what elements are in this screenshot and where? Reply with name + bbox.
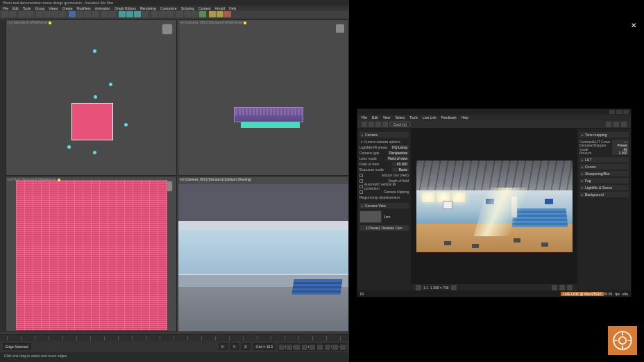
scene-helper[interactable] [109, 83, 112, 86]
vfb-menu-help[interactable]: Help [461, 115, 468, 120]
sec-tonemap[interactable]: Tone mapping [579, 132, 629, 138]
sec-sharp[interactable]: Sharpening/Blur [579, 171, 629, 176]
viewcube-icon[interactable] [162, 24, 172, 34]
win-min-button[interactable] [609, 110, 615, 114]
sec-cameraview[interactable]: Camera View [359, 203, 409, 208]
max-left-panel[interactable] [0, 19, 6, 332]
coord-y[interactable]: Y: [230, 343, 239, 350]
viewport-perspective[interactable]: [+] [Camera_001] [Standard] [Default Sha… [178, 176, 349, 332]
tb-angle-snap[interactable] [126, 11, 133, 17]
tb-place[interactable] [92, 11, 99, 17]
play[interactable] [294, 344, 300, 351]
tb-select-name[interactable] [44, 11, 51, 17]
sec-bg[interactable]: Background [579, 192, 629, 197]
scene-helper[interactable] [93, 151, 96, 154]
max-timeline[interactable] [0, 334, 349, 341]
zoom-fit-button[interactable] [416, 285, 421, 290]
nav-zoom[interactable] [332, 344, 339, 351]
tb-scale[interactable] [84, 11, 91, 17]
lock-icon[interactable] [451, 285, 457, 290]
tb-mirror[interactable] [159, 11, 166, 17]
tb-render-setup[interactable] [209, 11, 216, 17]
sec-curves[interactable]: Curves [579, 164, 629, 170]
tb-move[interactable] [69, 11, 76, 17]
coord-z[interactable]: Z: [242, 343, 250, 350]
max-main-toolbar[interactable] [0, 10, 349, 18]
zoom-value[interactable]: 1:1 [423, 286, 428, 290]
fov-value[interactable]: 45.000 [392, 162, 409, 166]
play-end[interactable] [309, 344, 316, 351]
pick-button[interactable] [382, 122, 388, 127]
tb-rotate[interactable] [76, 11, 83, 17]
play-next[interactable] [301, 344, 308, 351]
dock-pill[interactable]: Dock (d) [389, 122, 411, 127]
refresh-button[interactable] [613, 122, 619, 127]
tb-unlink[interactable] [26, 11, 33, 17]
tb-refcoord[interactable] [101, 11, 108, 17]
vfb-menubar[interactable]: File Edit View Select Tools Live Link Fe… [357, 115, 631, 120]
menu-tools[interactable]: Tools [23, 6, 31, 10]
viewcube-icon[interactable] [336, 24, 344, 33]
sec-lut[interactable]: LUT [579, 157, 629, 163]
sec-camera[interactable]: Camera [359, 132, 409, 138]
play-start[interactable] [278, 344, 285, 351]
tb-percent-snap[interactable] [134, 11, 141, 17]
left-grid-geo[interactable] [16, 180, 167, 330]
vp-left-label[interactable]: [+] [Top] [Standard] [Wireframe] [8, 177, 60, 181]
front-floor-geo[interactable] [241, 122, 300, 128]
vfb-menu-select[interactable]: Select [395, 115, 405, 120]
menu-animation[interactable]: Animation [95, 6, 110, 10]
tb-undo[interactable] [1, 11, 8, 17]
scene-helper[interactable] [67, 145, 71, 149]
tb-render-frame[interactable] [217, 11, 223, 17]
dof-checkbox[interactable] [359, 179, 363, 183]
tb-align[interactable] [167, 11, 173, 17]
exp-value[interactable]: Basic [392, 167, 409, 172]
nav-pan[interactable] [316, 344, 323, 351]
mb-checkbox[interactable] [359, 174, 363, 177]
channel-prev-button[interactable] [552, 285, 557, 290]
tb-select[interactable] [36, 11, 43, 17]
scene-helper[interactable] [124, 123, 128, 126]
scene-helper[interactable] [94, 95, 97, 99]
tb-snap-toggle[interactable] [119, 11, 126, 17]
vfb-menu-file[interactable]: File [362, 115, 367, 120]
vp-top-label[interactable]: [+] [Standard] [Wireframe] [8, 20, 51, 24]
win-close-button[interactable] [623, 110, 629, 114]
tb-spinner[interactable] [142, 11, 149, 17]
tb-material-editor[interactable] [199, 11, 206, 17]
nav-orbit[interactable] [324, 344, 331, 351]
menu-help[interactable]: Help [229, 6, 236, 10]
menu-customize[interactable]: Customize [160, 6, 177, 10]
render-start-button[interactable] [362, 122, 367, 127]
vfb-menu-tools[interactable]: Tools [409, 115, 418, 120]
tb-render[interactable] [224, 11, 231, 17]
tb-schematic[interactable] [192, 11, 198, 17]
vfb-titlebar[interactable] [357, 109, 631, 115]
play-prev[interactable] [286, 344, 293, 351]
nav-max[interactable] [339, 344, 346, 351]
vfb-menu-livelink[interactable]: Live Link [423, 115, 437, 120]
preset-value[interactable]: HQ Living [391, 145, 409, 149]
coord-x[interactable]: X: [219, 343, 228, 350]
menu-rendering[interactable]: Rendering [140, 6, 156, 10]
render-stop-button[interactable] [368, 122, 374, 127]
amount-value[interactable]: 1.000 [612, 151, 629, 155]
menu-scripting[interactable]: Scripting [181, 6, 194, 10]
vfb-menu-view[interactable]: View [383, 115, 391, 120]
menu-arnold[interactable]: Arnold [215, 6, 225, 10]
viewport-top[interactable]: [+] [Standard] [Wireframe] [6, 19, 177, 176]
layer-preset-button[interactable]: 1 Preset1 Detailed Cam [359, 225, 409, 231]
menu-create[interactable]: Create [62, 6, 73, 10]
region-button[interactable] [375, 122, 381, 127]
clip-checkbox[interactable] [359, 190, 363, 194]
scene-helper[interactable] [93, 49, 96, 53]
tb-layers[interactable] [176, 11, 183, 17]
menu-file[interactable]: File [3, 6, 8, 10]
sec-camera-opts[interactable]: ▾ Current camera options [359, 139, 409, 145]
history-button[interactable] [606, 122, 611, 127]
vp-persp-label[interactable]: [+] [Camera_001] [Standard] [Default Sha… [180, 177, 251, 181]
menu-content[interactable]: Content [198, 6, 211, 10]
menu-edit[interactable]: Edit [12, 6, 19, 10]
tb-curve-editor[interactable] [184, 11, 191, 17]
